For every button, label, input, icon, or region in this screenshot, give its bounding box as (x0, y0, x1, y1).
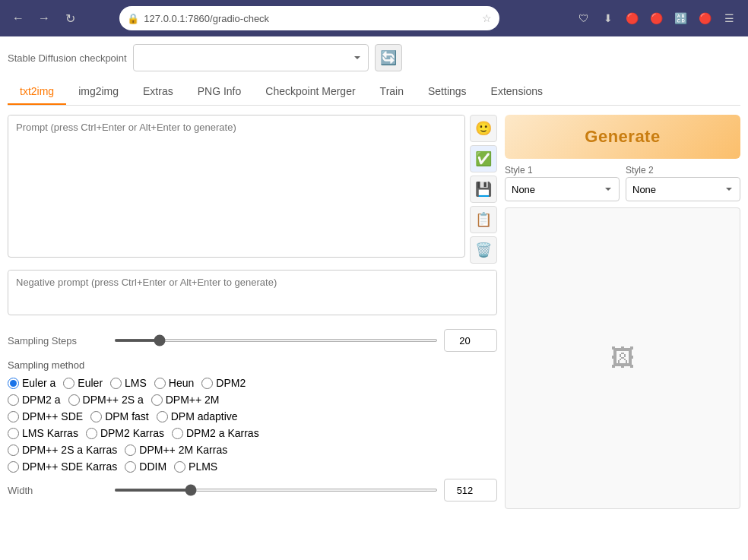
radio-euler-a[interactable]: Euler a (8, 377, 55, 389)
prompt-input[interactable] (8, 115, 464, 157)
width-input[interactable] (444, 479, 497, 501)
radio-dpmpp-2m-karras[interactable]: DPM++ 2M Karras (125, 444, 227, 456)
style2-label: Style 2 (626, 165, 740, 176)
radio-euler[interactable]: Euler (63, 377, 103, 389)
tab-extras[interactable]: Extras (131, 79, 185, 105)
radio-dpm-adaptive[interactable]: DPM adaptive (157, 410, 238, 422)
radio-lms-karras[interactable]: LMS Karras (8, 427, 78, 439)
tab-img2img[interactable]: img2img (66, 79, 131, 105)
prompt-area (8, 115, 465, 258)
radio-heun[interactable]: Heun (154, 377, 194, 389)
checkpoint-label: Stable Diffusion checkpoint (8, 52, 127, 64)
ext2-icon-btn[interactable]: 🔴 (695, 8, 716, 29)
width-label: Width (8, 485, 106, 496)
style2-group: Style 2 None (626, 165, 740, 201)
forward-button[interactable]: → (33, 8, 55, 29)
ext1-icon-btn[interactable]: 🔠 (670, 8, 692, 29)
address-text[interactable]: 127.0.0.1:7860/gradio-check (144, 13, 477, 24)
negative-prompt-row (8, 270, 497, 321)
menu-icon-btn[interactable]: ☰ (719, 8, 740, 29)
sampling-row-1: Euler a Euler LMS Heun (8, 377, 497, 389)
radio-dpm2-a[interactable]: DPM2 a (8, 394, 61, 406)
side-buttons: 🙂 ✅ 💾 📋 🗑️ (470, 115, 497, 264)
right-panel: Generate Style 1 None Style 2 None 🖼 (505, 115, 740, 509)
download-icon-btn[interactable]: ⬇ (597, 8, 619, 29)
sampling-row-3: DPM++ SDE DPM fast DPM adaptive (8, 410, 497, 422)
bottom-controls: Sampling Steps Sampling method Euler a (8, 329, 497, 501)
star-icon[interactable]: ☆ (482, 12, 492, 24)
negative-prompt-input[interactable] (8, 271, 496, 312)
style1-select[interactable]: None (505, 177, 620, 201)
style-row: Style 1 None Style 2 None (505, 165, 740, 201)
radio-lms[interactable]: LMS (110, 377, 147, 389)
main-area: 🙂 ✅ 💾 📋 🗑️ Sampling Steps (8, 115, 740, 509)
negative-prompt-area (8, 270, 497, 315)
shield-icon-btn[interactable]: 🛡 (573, 8, 594, 29)
check-button[interactable]: ✅ (470, 145, 497, 172)
tab-extensions[interactable]: Extensions (479, 79, 555, 105)
radio-dpm2[interactable]: DPM2 (201, 377, 246, 389)
tab-train[interactable]: Train (368, 79, 416, 105)
radio-dpm-fast[interactable]: DPM fast (90, 410, 149, 422)
radio-dpmpp-sde-karras[interactable]: DPM++ SDE Karras (8, 460, 117, 473)
width-slider-container (114, 479, 497, 501)
image-output-panel: 🖼 (505, 207, 740, 509)
radio-plms[interactable]: PLMS (174, 460, 217, 473)
paste-button[interactable]: 📋 (470, 206, 497, 233)
sampling-steps-slider[interactable] (114, 339, 438, 342)
sampling-steps-row: Sampling Steps (8, 329, 497, 352)
radio-ddim[interactable]: DDIM (125, 460, 166, 473)
browser-chrome: ← → ↻ 🔒 127.0.0.1:7860/gradio-check ☆ 🛡 … (0, 0, 748, 36)
sampling-steps-label: Sampling Steps (8, 335, 106, 346)
face-button[interactable]: 🙂 (470, 115, 497, 142)
style1-label: Style 1 (505, 165, 620, 176)
tab-txt2img[interactable]: txt2img (8, 79, 66, 105)
radio-dpmpp-2m[interactable]: DPM++ 2M (151, 394, 220, 406)
address-bar: 🔒 127.0.0.1:7860/gradio-check ☆ (119, 6, 499, 30)
checkpoint-select[interactable] (133, 44, 369, 71)
width-row: Width (8, 479, 497, 501)
trash-button[interactable]: 🗑️ (470, 236, 497, 264)
prompt-row: 🙂 ✅ 💾 📋 🗑️ (8, 115, 497, 264)
sampling-row-4: LMS Karras DPM2 Karras DPM2 a Karras (8, 427, 497, 439)
browser-toolbar: 🛡 ⬇ 🔴 🔴 🔠 🔴 ☰ (573, 8, 740, 29)
tab-settings[interactable]: Settings (416, 79, 479, 105)
generate-button[interactable]: Generate (505, 115, 740, 159)
radio-dpm2-a-karras[interactable]: DPM2 a Karras (172, 427, 259, 439)
back-button[interactable]: ← (8, 8, 29, 29)
checkpoint-refresh-button[interactable]: 🔄 (375, 44, 402, 71)
radio-dpmpp-2s-a[interactable]: DPM++ 2S a (68, 394, 144, 406)
sampling-method-label: Sampling method (8, 359, 497, 371)
tabs-row: txt2img img2img Extras PNG Info Checkpoi… (8, 79, 740, 106)
slider-container (114, 329, 497, 352)
sampling-steps-input[interactable] (444, 329, 497, 352)
refresh-button[interactable]: ↻ (59, 8, 81, 29)
width-slider[interactable] (114, 489, 438, 492)
radio-dpmpp-sde[interactable]: DPM++ SDE (8, 410, 83, 422)
sampling-row-5: DPM++ 2S a Karras DPM++ 2M Karras (8, 444, 497, 456)
sampling-method-section: Sampling method Euler a Euler (8, 359, 497, 473)
style1-group: Style 1 None (505, 165, 620, 201)
checkpoint-row: Stable Diffusion checkpoint 🔄 (8, 44, 740, 71)
sampling-row-6: DPM++ SDE Karras DDIM PLMS (8, 460, 497, 473)
radio-dpmpp-2s-a-karras[interactable]: DPM++ 2S a Karras (8, 444, 117, 456)
lock-icon: 🔒 (127, 13, 139, 24)
left-panel: 🙂 ✅ 💾 📋 🗑️ Sampling Steps (8, 115, 497, 509)
tab-checkpoint-merger[interactable]: Checkpoint Merger (253, 79, 367, 105)
image-placeholder-icon: 🖼 (610, 344, 635, 372)
style2-select[interactable]: None (626, 177, 740, 201)
warning-icon-btn[interactable]: 🔴 (646, 8, 667, 29)
save-button[interactable]: 💾 (470, 176, 497, 203)
sampling-row-2: DPM2 a DPM++ 2S a DPM++ 2M (8, 394, 497, 406)
tab-png-info[interactable]: PNG Info (185, 79, 254, 105)
main-content: Stable Diffusion checkpoint 🔄 txt2img im… (0, 36, 748, 560)
radio-dpm2-karras[interactable]: DPM2 Karras (86, 427, 164, 439)
alert-icon-btn[interactable]: 🔴 (622, 8, 643, 29)
